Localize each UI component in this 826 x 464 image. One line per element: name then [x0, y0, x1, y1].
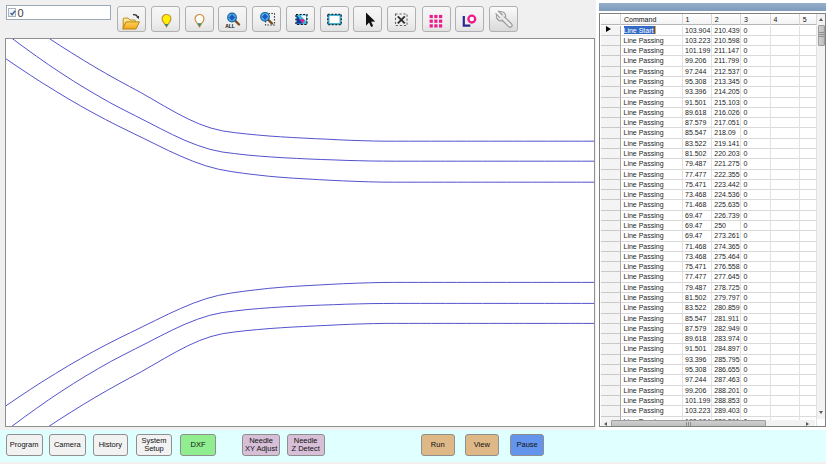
svg-text:ALL: ALL [225, 22, 235, 28]
